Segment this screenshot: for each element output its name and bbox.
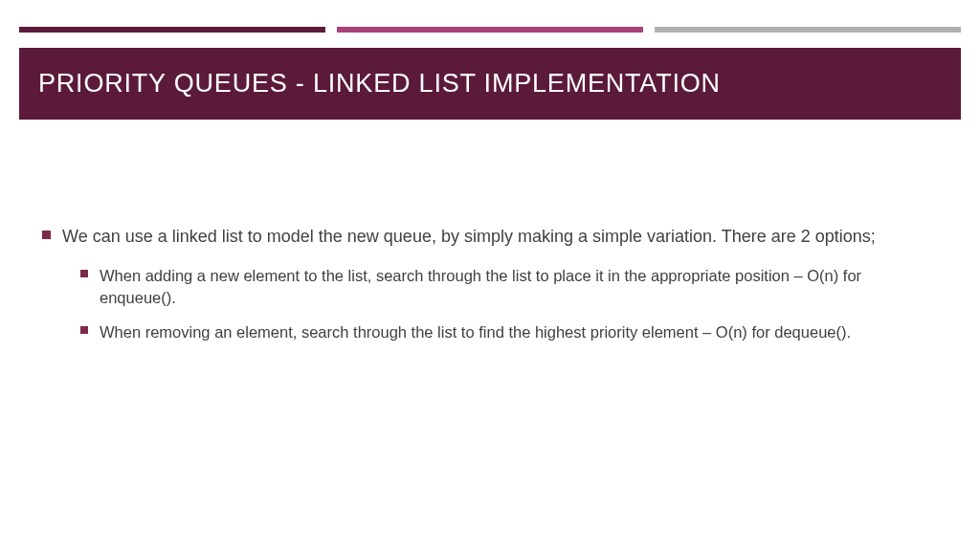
sub-bullet-item: When removing an element, search through… [80,321,938,342]
square-bullet-icon [80,270,88,277]
title-band: PRIORITY QUEUES - LINKED LIST IMPLEMENTA… [19,48,961,120]
sub-bullet-list: When adding a new element to the list, s… [80,265,938,342]
accent-bar-light [655,27,961,33]
slide-title: PRIORITY QUEUES - LINKED LIST IMPLEMENTA… [38,69,942,99]
top-accent-row [19,27,961,33]
square-bullet-icon [80,326,88,334]
sub-bullet-text: When removing an element, search through… [100,321,851,342]
bullet-item: We can use a linked list to model the ne… [42,225,938,248]
sub-bullet-item: When adding a new element to the list, s… [80,265,938,308]
accent-bar-dark [19,27,325,33]
accent-bar-mid [337,27,643,33]
sub-bullet-text: When adding a new element to the list, s… [100,265,938,308]
bullet-text: We can use a linked list to model the ne… [62,225,876,248]
square-bullet-icon [42,231,51,239]
slide-content: We can use a linked list to model the ne… [42,225,938,342]
